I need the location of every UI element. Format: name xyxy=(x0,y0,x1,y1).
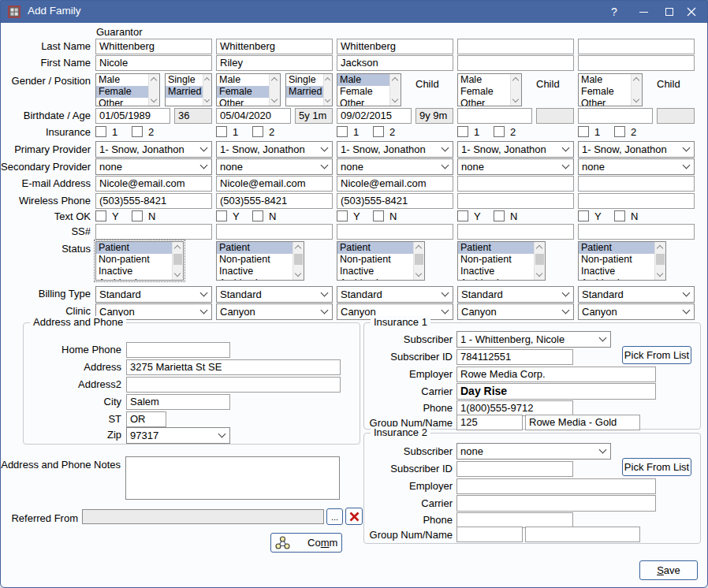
help-button[interactable]: ? xyxy=(602,1,626,23)
listbox-scrollbar[interactable] xyxy=(323,74,332,106)
status-listbox[interactable]: Patient Non-patient Inactive Archived xyxy=(337,241,425,281)
status-option[interactable]: Patient xyxy=(458,242,545,254)
scrollbar-thumb[interactable] xyxy=(415,254,423,265)
status-option[interactable]: Inactive xyxy=(217,266,304,277)
listbox-scrollbar[interactable] xyxy=(293,242,304,280)
billing-type-select[interactable]: Standard xyxy=(216,286,333,303)
wireless-phone-field[interactable] xyxy=(578,193,695,209)
birthdate-field[interactable]: 05/04/2020 xyxy=(216,108,291,124)
status-listbox[interactable]: Patient Non-patient Inactive Archived xyxy=(95,241,184,281)
scrollbar-thumb[interactable] xyxy=(656,254,665,265)
status-option[interactable]: Patient xyxy=(96,242,183,254)
primary-provider-select[interactable]: 1- Snow, Jonathon xyxy=(457,141,574,158)
clinic-select[interactable]: Canyon xyxy=(457,303,574,320)
last-name-field[interactable]: Whittenberg xyxy=(337,39,453,54)
birthdate-field[interactable] xyxy=(457,108,532,124)
insurance2-checkbox[interactable] xyxy=(614,126,625,137)
status-option[interactable]: Non-patient xyxy=(579,254,665,266)
listbox-scrollbar[interactable] xyxy=(389,74,401,106)
ssn-field[interactable] xyxy=(578,224,695,240)
group-num-field[interactable]: 125 xyxy=(456,415,523,430)
group-num-field[interactable] xyxy=(456,527,523,542)
first-name-field[interactable] xyxy=(457,55,574,71)
wireless-phone-field[interactable]: (503)555-8421 xyxy=(95,193,212,209)
secondary-provider-select[interactable]: none xyxy=(578,158,695,175)
listbox-scrollbar[interactable] xyxy=(534,242,545,280)
listbox-scrollbar[interactable] xyxy=(631,74,642,106)
secondary-provider-select[interactable]: none xyxy=(216,158,333,175)
clinic-select[interactable]: Canyon xyxy=(216,303,333,320)
first-name-field[interactable] xyxy=(578,55,695,71)
ssn-field[interactable] xyxy=(457,224,574,240)
insurance2-checkbox[interactable] xyxy=(252,126,263,137)
status-option[interactable]: Inactive xyxy=(458,266,545,277)
insurance-phone-field[interactable] xyxy=(456,512,573,528)
carrier-field[interactable] xyxy=(456,495,656,512)
address-phone-notes-textarea[interactable] xyxy=(125,456,340,500)
last-name-field[interactable] xyxy=(578,39,695,54)
first-name-field[interactable]: Riley xyxy=(216,55,333,71)
position-listbox[interactable]: Single Married xyxy=(285,73,333,106)
ssn-field[interactable] xyxy=(216,224,333,240)
status-option[interactable]: Inactive xyxy=(337,266,424,277)
home-phone-field[interactable] xyxy=(126,342,230,358)
listbox-scrollbar[interactable] xyxy=(654,242,665,280)
text-ok-no-checkbox[interactable] xyxy=(252,210,263,221)
ssn-field[interactable] xyxy=(95,224,212,240)
status-option[interactable]: Archived xyxy=(96,277,183,281)
scrollbar-thumb[interactable] xyxy=(294,254,303,265)
address2-field[interactable] xyxy=(126,377,341,393)
address-field[interactable]: 3275 Marietta St SE xyxy=(126,359,341,375)
billing-type-select[interactable]: Standard xyxy=(95,286,212,303)
last-name-field[interactable]: Whittenberg xyxy=(216,39,333,54)
gender-listbox[interactable]: Male Female Other xyxy=(95,73,160,106)
billing-type-select[interactable]: Standard xyxy=(457,286,574,303)
secondary-provider-select[interactable]: none xyxy=(337,158,453,175)
referred-from-pick-button[interactable]: ... xyxy=(326,508,343,525)
primary-provider-select[interactable]: 1- Snow, Jonathon xyxy=(95,141,212,158)
primary-provider-select[interactable]: 1- Snow, Jonathon xyxy=(578,141,695,158)
first-name-field[interactable]: Nicole xyxy=(95,55,212,71)
employer-field[interactable]: Rowe Media Corp. xyxy=(456,367,656,382)
birthdate-field[interactable]: 09/02/2015 xyxy=(337,108,412,124)
pick-from-list-button[interactable]: Pick From List xyxy=(622,458,691,476)
birthdate-field[interactable] xyxy=(578,108,653,124)
status-option[interactable]: Inactive xyxy=(96,266,183,277)
insurance1-checkbox[interactable] xyxy=(95,126,106,137)
maximize-button[interactable] xyxy=(658,1,681,23)
clinic-select[interactable]: Canyon xyxy=(578,303,695,320)
listbox-scrollbar[interactable] xyxy=(148,74,159,106)
first-name-field[interactable]: Jackson xyxy=(337,55,453,71)
status-option[interactable]: Inactive xyxy=(579,266,665,277)
status-option[interactable]: Patient xyxy=(337,242,424,254)
text-ok-yes-checkbox[interactable] xyxy=(216,210,227,221)
email-field[interactable] xyxy=(457,176,574,192)
secondary-provider-select[interactable]: none xyxy=(95,158,212,175)
email-field[interactable]: Nicole@email.com xyxy=(337,176,453,192)
position-listbox[interactable]: Single Married xyxy=(165,73,212,106)
zip-select[interactable]: 97317 xyxy=(126,427,230,444)
minimize-button[interactable] xyxy=(632,1,655,23)
primary-provider-select[interactable]: 1- Snow, Jonathon xyxy=(337,141,453,158)
gender-listbox[interactable]: Male Female Other xyxy=(216,73,281,106)
birthdate-field[interactable]: 01/05/1989 xyxy=(95,108,170,124)
insurance1-checkbox[interactable] xyxy=(578,126,589,137)
text-ok-yes-checkbox[interactable] xyxy=(95,210,106,221)
last-name-field[interactable]: Whittenberg xyxy=(95,39,212,54)
insurance1-checkbox[interactable] xyxy=(337,126,348,137)
group-name-field[interactable]: Rowe Media - Gold xyxy=(525,415,640,430)
status-listbox[interactable]: Patient Non-patient Inactive Archived xyxy=(216,241,304,281)
save-button[interactable]: Save xyxy=(639,560,698,580)
status-option[interactable]: Non-patient xyxy=(337,254,424,266)
status-option[interactable]: Archived xyxy=(337,277,424,281)
status-option[interactable]: Archived xyxy=(579,277,665,281)
listbox-scrollbar[interactable] xyxy=(510,74,521,106)
status-option[interactable]: Patient xyxy=(579,242,665,254)
listbox-scrollbar[interactable] xyxy=(269,74,280,106)
city-field[interactable]: Salem xyxy=(126,394,230,410)
primary-provider-select[interactable]: 1- Snow, Jonathon xyxy=(216,141,333,158)
listbox-scrollbar[interactable] xyxy=(413,242,424,280)
insurance2-checkbox[interactable] xyxy=(494,126,505,137)
last-name-field[interactable] xyxy=(457,39,574,54)
pick-from-list-button[interactable]: Pick From List xyxy=(622,346,691,364)
